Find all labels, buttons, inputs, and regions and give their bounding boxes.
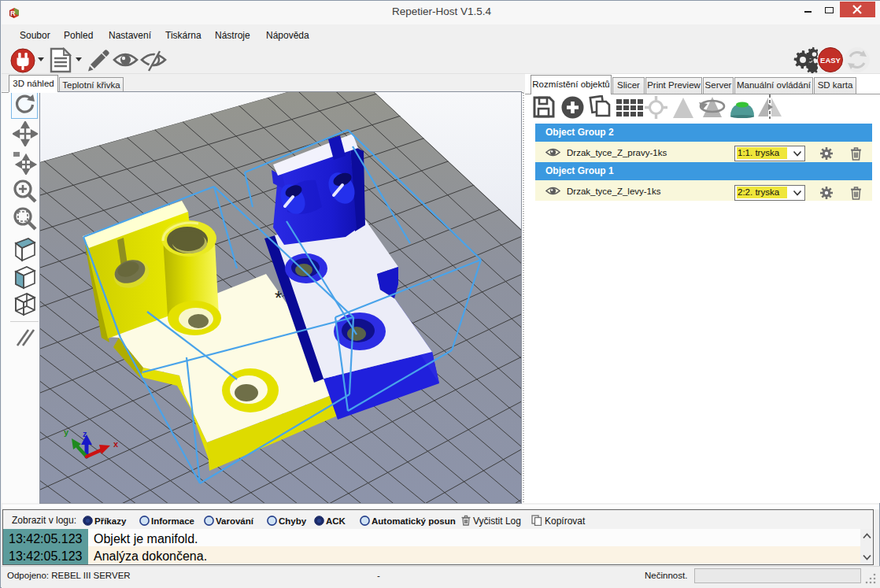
svg-text:*: *	[275, 287, 282, 309]
svg-text:z: z	[83, 429, 87, 438]
svg-text:x: x	[113, 439, 119, 449]
svg-text:y: y	[64, 427, 69, 437]
svg-text:EASY: EASY	[820, 56, 841, 65]
svg-text:R: R	[10, 9, 16, 17]
